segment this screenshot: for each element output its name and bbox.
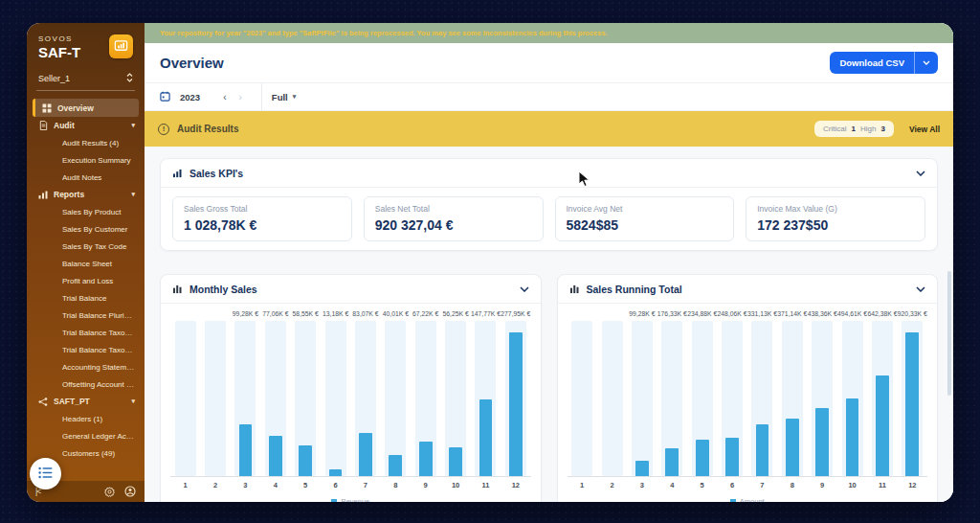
sidebar-item-trial-balance[interactable]: Trial Balance [27, 289, 145, 307]
bar[interactable] [876, 375, 889, 476]
account-icon[interactable] [124, 486, 136, 497]
calendar-icon [160, 88, 170, 105]
bar[interactable] [329, 469, 343, 476]
bar[interactable] [389, 455, 402, 476]
next-year-icon[interactable]: › [238, 92, 241, 102]
bar-column-1[interactable] [568, 319, 597, 476]
bar[interactable] [786, 419, 799, 476]
bar-column-10[interactable] [837, 319, 867, 476]
download-csv-button[interactable]: Download CSV [830, 52, 938, 74]
x-axis-label: 2 [200, 481, 230, 489]
bar[interactable] [756, 424, 769, 476]
sidebar-item-audit-notes[interactable]: Audit Notes [27, 169, 145, 186]
bar-column-7[interactable] [747, 319, 777, 476]
bar[interactable] [479, 399, 493, 476]
bar-column-10[interactable] [440, 319, 470, 476]
kpi-label: Invoice Avg Net [567, 204, 724, 214]
bar-column-3[interactable] [231, 319, 260, 476]
bar-column-2[interactable] [597, 319, 627, 476]
bar[interactable] [299, 445, 312, 476]
bar[interactable] [419, 442, 433, 476]
chevron-down-icon[interactable] [916, 286, 925, 292]
reprocessing-banner-text: Your repository for year "2023" and type… [160, 29, 608, 37]
bar[interactable] [269, 436, 282, 476]
bar-value-label: 83,07K € [350, 310, 380, 317]
scrollbar-thumb[interactable] [947, 271, 951, 396]
bar[interactable] [725, 438, 739, 476]
bar-column-6[interactable] [321, 319, 350, 476]
bar[interactable] [846, 398, 859, 476]
bar-column-7[interactable] [350, 319, 380, 476]
chevron-down-icon[interactable] [916, 171, 925, 176]
bar-column-9[interactable] [808, 319, 837, 476]
audit-results-banner: ! Audit Results Critical 1 High 3 View A… [145, 111, 953, 147]
view-all-button[interactable]: View All [909, 125, 940, 134]
bar-column-9[interactable] [411, 319, 440, 476]
bar[interactable] [509, 332, 523, 476]
sidebar-item-label: Profit and Loss [62, 277, 135, 285]
bar-column-3[interactable] [627, 319, 657, 476]
bar[interactable] [815, 408, 829, 476]
year-value[interactable]: 2023 [180, 92, 200, 102]
bar[interactable] [239, 424, 253, 476]
x-axis-label: 8 [381, 481, 411, 489]
sidebar-item-overview[interactable]: Overview [33, 99, 139, 117]
bar-value-label: 331,13K € [747, 310, 777, 317]
bar[interactable] [905, 332, 919, 476]
bar[interactable] [696, 440, 709, 476]
bar-column-6[interactable] [717, 319, 746, 476]
settings-gear-icon[interactable] [104, 487, 115, 497]
sidebar-item-audit-results-4[interactable]: Audit Results (4) [27, 134, 145, 151]
prev-year-icon[interactable]: ‹ [223, 92, 226, 102]
bar-column-5[interactable] [687, 319, 717, 476]
chart-header: Monthly Sales [161, 275, 541, 304]
bar[interactable] [665, 448, 679, 476]
sidebar-item-sales-by-product[interactable]: Sales By Product [27, 203, 145, 220]
bar-value-label: 67,22K € [411, 310, 440, 317]
bar-column-12[interactable] [898, 319, 927, 476]
toolbar-divider [261, 83, 262, 111]
bar-column-11[interactable] [867, 319, 897, 476]
bar-column-4[interactable] [657, 319, 687, 476]
sidebar-item-profit-and-loss[interactable]: Profit and Loss [27, 272, 145, 289]
kpi-cards-row: Sales Gross Total1 028,78K €Sales Net To… [161, 188, 937, 250]
sidebar-item-headers-1[interactable]: Headers (1) [27, 410, 145, 427]
sidebar-item-balance-sheet[interactable]: Balance Sheet [27, 255, 145, 272]
sidebar-item-reports[interactable]: Reports▾ [27, 186, 145, 203]
sidebar-item-offsetting-account-report[interactable]: Offsetting Account Report [27, 375, 145, 393]
chevron-down-icon[interactable] [915, 60, 938, 65]
nodes-icon [38, 398, 48, 406]
bar-column-12[interactable] [501, 319, 530, 476]
sidebar-item-sales-by-tax-code[interactable]: Sales By Tax Code [27, 238, 145, 255]
sidebar-item-general-ledger-accounts[interactable]: General Ledger Accounts... [27, 427, 145, 444]
bar-column-4[interactable] [260, 319, 290, 476]
bar-value-label: 77,06K € [260, 310, 290, 317]
bar-column-11[interactable] [471, 319, 501, 476]
bar-column-5[interactable] [291, 319, 321, 476]
period-selector[interactable]: Full ▾ [272, 92, 296, 102]
bar[interactable] [449, 447, 462, 476]
sidebar-item-accounting-statement[interactable]: Accounting Statement [27, 358, 145, 375]
sidebar-item-trial-balance-taxonomy-p[interactable]: Trial Balance Taxonomy P... [27, 341, 145, 358]
bar-column-8[interactable] [381, 319, 411, 476]
sidebar-item-label: SAFT_PT [54, 397, 125, 406]
sidebar-item-sales-by-customer[interactable]: Sales By Customer [27, 220, 145, 238]
bar[interactable] [635, 461, 649, 476]
bar-column-2[interactable] [200, 319, 230, 476]
chart-plot [170, 319, 531, 477]
sidebar-item-trial-balance-taxonomy[interactable]: Trial Balance Taxonomy [27, 324, 145, 341]
sidebar-item-audit[interactable]: Audit▾ [27, 117, 145, 134]
bar-column-8[interactable] [777, 319, 807, 476]
seller-selector[interactable]: Seller_1 [36, 68, 135, 91]
quick-list-button[interactable] [30, 458, 61, 489]
sidebar-item-trial-balance-pluriannual[interactable]: Trial Balance Pluriannual [27, 307, 145, 324]
monthly-sales-chart-card: Monthly Sales 99,28K €77,06K €58,55K €13… [160, 274, 542, 502]
sidebar-item-execution-summary[interactable]: Execution Summary [27, 151, 145, 169]
bar-column-1[interactable] [170, 319, 200, 476]
bar[interactable] [359, 433, 372, 476]
sidebar-item-label: Audit [54, 121, 125, 130]
sidebar-item-saft-pt[interactable]: SAFT_PT▾ [27, 393, 145, 410]
bar-chart-icon [172, 281, 183, 298]
chevron-down-icon[interactable] [520, 286, 529, 292]
sales-kpi-card: Sales KPI's Sales Gross Total1 028,78K €… [160, 158, 938, 251]
